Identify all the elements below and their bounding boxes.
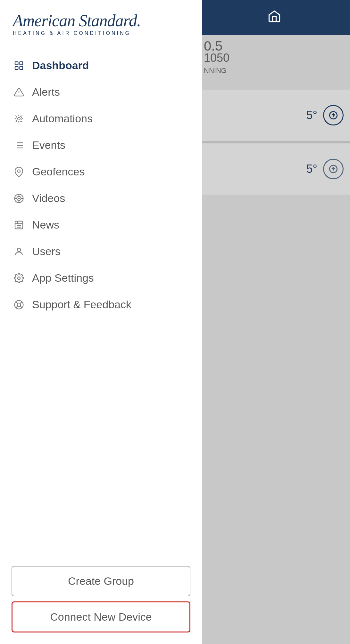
logo-tagline: HEATING & AIR CONDITIONING [13,30,131,36]
svg-line-36 [16,306,18,308]
card1-temp: 5° [306,109,317,122]
events-icon [13,140,25,150]
bottom-buttons: Create Group Connect New Device [0,559,202,644]
svg-line-35 [20,302,22,303]
support-icon [13,300,25,310]
sidebar-item-label-events: Events [32,139,65,151]
svg-line-34 [20,306,22,308]
home-icon[interactable] [267,9,281,26]
sidebar-item-geofences[interactable]: Geofences [0,158,202,185]
sidebar-item-events[interactable]: Events [0,132,202,158]
svg-line-33 [16,302,18,303]
divider-1 [199,141,350,143]
temp-display-2: 1050 [204,51,229,65]
alert-icon [13,87,25,97]
svg-point-9 [16,116,22,122]
header-bar [199,0,350,35]
sidebar-item-support[interactable]: Support & Feedback [0,291,202,318]
card-row-1: 5° [199,90,350,141]
card-row-2: 5° [199,143,350,195]
sidebar-item-label-alerts: Alerts [32,86,60,98]
sidebar-item-alerts[interactable]: Alerts [0,79,202,105]
svg-point-16 [18,170,20,172]
logo: American Standard. HEATING & AIR CONDITI… [13,12,189,36]
sidebar-item-app-settings[interactable]: App Settings [0,265,202,291]
card2-temp: 5° [306,162,317,176]
create-group-button[interactable]: Create Group [12,566,190,596]
svg-point-29 [17,248,21,252]
automations-icon [13,114,25,124]
svg-rect-5 [20,66,23,69]
sidebar-item-news[interactable]: News [0,212,202,238]
sidebar-item-videos[interactable]: Videos [0,185,202,212]
logo-script: American Standard. [13,12,141,30]
svg-point-19 [19,198,20,199]
users-icon [13,246,25,257]
nav-list: Dashboard Alerts Automatio [0,46,202,559]
svg-point-32 [17,303,21,306]
sidebar-item-label-videos: Videos [32,192,65,205]
sidebar-item-label-support: Support & Feedback [32,298,131,311]
svg-rect-3 [20,62,23,65]
settings-icon [13,273,25,283]
videos-icon [13,193,25,204]
sidebar-item-automations[interactable]: Automations [0,105,202,132]
svg-point-30 [18,277,20,279]
right-panel: 0.5 1050 NNING 5° 5° [199,35,350,644]
sidebar-item-label-geofences: Geofences [32,165,85,178]
svg-point-8 [18,117,20,120]
geofences-icon [13,167,25,177]
sidebar-item-label-dashboard: Dashboard [32,59,89,72]
sidebar-item-label-automations: Automations [32,112,93,125]
card2-up-button[interactable] [323,159,344,179]
sidebar-item-users[interactable]: Users [0,238,202,265]
sidebar-item-label-app-settings: App Settings [32,272,94,284]
running-label: NNING [204,67,227,75]
sidebar-item-dashboard[interactable]: Dashboard [0,52,202,79]
temp-value-2: 1050 [204,51,229,64]
card1-up-button[interactable] [323,105,344,125]
sidebar-item-label-users: Users [32,245,61,258]
svg-rect-2 [15,62,18,65]
sidebar: American Standard. HEATING & AIR CONDITI… [0,0,202,644]
sidebar-item-label-news: News [32,219,59,231]
connect-device-button[interactable]: Connect New Device [12,601,190,632]
logo-area: American Standard. HEATING & AIR CONDITI… [0,0,202,46]
svg-rect-4 [15,66,18,69]
svg-rect-24 [15,221,23,229]
running-text: NNING [204,67,227,75]
news-icon [13,220,25,230]
grid-icon [13,60,25,71]
